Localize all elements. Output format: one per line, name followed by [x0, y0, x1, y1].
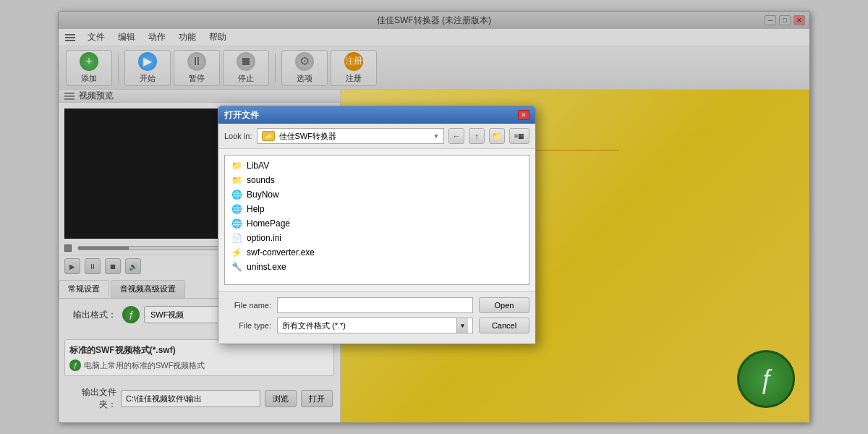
new-folder-button[interactable]: 📁	[489, 128, 505, 144]
dialog-title: 打开文件	[224, 109, 259, 122]
filename-input[interactable]	[277, 297, 473, 313]
filename-label: File name:	[224, 301, 271, 310]
exe-icon: ⚡	[231, 247, 242, 258]
dialog-bottom: File name: Open File type: 所有文件格式 (*.*) …	[218, 291, 535, 344]
filetype-arrow-icon: ▼	[456, 318, 468, 333]
dialog-cancel-button[interactable]: Cancel	[479, 318, 529, 333]
filetype-select[interactable]: 所有文件格式 (*.*) ▼	[277, 318, 473, 333]
list-item[interactable]: 🌐 HomePage	[228, 216, 526, 231]
dialog-overlay: 打开文件 ✕ Look in: 📁 佳佳SWF转换器 ▼ ← ↑ 📁 ≡▦ �	[59, 12, 809, 422]
folder-icon: 📁	[231, 160, 242, 171]
view-toggle-button[interactable]: ≡▦	[509, 128, 529, 144]
filetype-row: File type: 所有文件格式 (*.*) ▼ Cancel	[224, 318, 529, 333]
nav-back-button[interactable]: ←	[448, 128, 464, 144]
filetype-label: File type:	[224, 321, 271, 330]
dialog-title-bar: 打开文件 ✕	[218, 106, 535, 124]
lookin-combo[interactable]: 📁 佳佳SWF转换器 ▼	[257, 128, 444, 144]
list-item[interactable]: ⚡ swf-converter.exe	[228, 245, 526, 260]
lookin-label: Look in:	[224, 132, 252, 140]
app-window: 佳佳SWF转换器 (未注册版本) ─ □ ✕ 文件 编辑 动作 功能 帮助 ＋ …	[58, 11, 810, 423]
ini-icon: 📄	[231, 232, 242, 244]
file-list: 📁 LibAV 📁 sounds 🌐 BuyNow 🌐 Help 🌐	[224, 155, 529, 285]
dialog-toolbar: Look in: 📁 佳佳SWF转换器 ▼ ← ↑ 📁 ≡▦	[218, 124, 535, 149]
app-icon: 🌐	[231, 203, 242, 215]
file-open-dialog: 打开文件 ✕ Look in: 📁 佳佳SWF转换器 ▼ ← ↑ 📁 ≡▦ �	[218, 106, 536, 344]
list-item[interactable]: 📁 LibAV	[228, 158, 526, 173]
folder-icon: 📁	[231, 174, 242, 186]
app-icon: 🌐	[231, 218, 242, 229]
list-item[interactable]: 🌐 BuyNow	[228, 187, 526, 202]
list-item[interactable]: 🔧 uninst.exe	[228, 260, 526, 274]
filename-row: File name: Open	[224, 297, 529, 313]
exe-icon: 🔧	[231, 261, 242, 273]
folder-icon: 📁	[262, 131, 275, 141]
nav-up-button[interactable]: ↑	[469, 128, 485, 144]
list-item[interactable]: 📁 sounds	[228, 173, 526, 187]
combo-arrow-icon: ▼	[433, 133, 439, 140]
list-item[interactable]: 📄 option.ini	[228, 231, 526, 245]
dialog-open-button[interactable]: Open	[479, 297, 529, 313]
dialog-close-button[interactable]: ✕	[518, 110, 529, 120]
app-icon: 🌐	[231, 189, 242, 200]
list-item[interactable]: 🌐 Help	[228, 202, 526, 216]
